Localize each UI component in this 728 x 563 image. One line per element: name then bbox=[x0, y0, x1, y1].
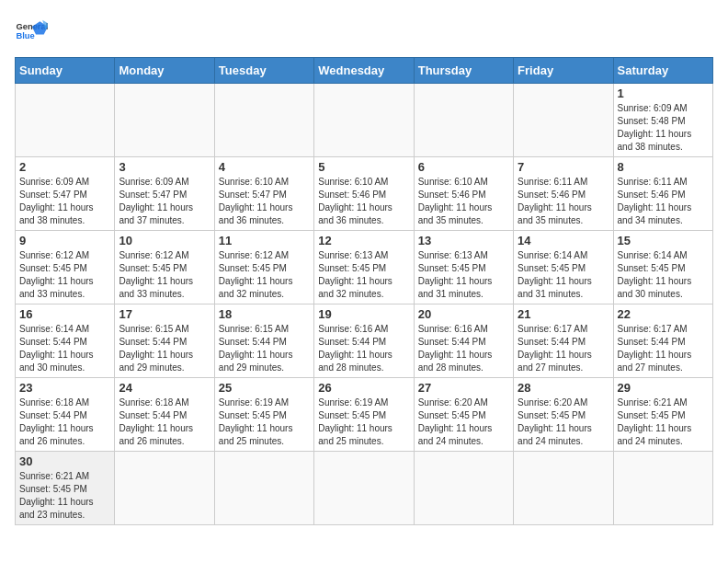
weekday-header-row: SundayMondayTuesdayWednesdayThursdayFrid… bbox=[16, 58, 713, 84]
page-header: General Blue bbox=[15, 15, 713, 48]
day-info: Sunrise: 6:12 AM Sunset: 5:45 PM Dayligh… bbox=[19, 249, 110, 301]
calendar-cell: 13Sunrise: 6:13 AM Sunset: 5:45 PM Dayli… bbox=[414, 231, 513, 304]
calendar-cell: 21Sunrise: 6:17 AM Sunset: 5:44 PM Dayli… bbox=[514, 304, 613, 378]
day-number: 8 bbox=[618, 160, 709, 174]
day-info: Sunrise: 6:20 AM Sunset: 5:45 PM Dayligh… bbox=[518, 396, 609, 448]
day-info: Sunrise: 6:14 AM Sunset: 5:45 PM Dayligh… bbox=[518, 249, 609, 301]
calendar-cell: 14Sunrise: 6:14 AM Sunset: 5:45 PM Dayli… bbox=[514, 231, 613, 304]
calendar-cell: 1Sunrise: 6:09 AM Sunset: 5:48 PM Daylig… bbox=[613, 84, 712, 157]
day-info: Sunrise: 6:13 AM Sunset: 5:45 PM Dayligh… bbox=[418, 249, 509, 301]
calendar-cell: 17Sunrise: 6:15 AM Sunset: 5:44 PM Dayli… bbox=[115, 304, 214, 378]
day-info: Sunrise: 6:15 AM Sunset: 5:44 PM Dayligh… bbox=[219, 323, 310, 374]
calendar-cell bbox=[414, 452, 513, 525]
calendar-cell bbox=[314, 84, 414, 157]
day-number: 10 bbox=[119, 234, 210, 247]
calendar-row-5: 30Sunrise: 6:21 AM Sunset: 5:45 PM Dayli… bbox=[16, 452, 713, 525]
day-info: Sunrise: 6:14 AM Sunset: 5:44 PM Dayligh… bbox=[19, 323, 110, 374]
calendar-cell bbox=[16, 84, 115, 157]
day-number: 16 bbox=[19, 307, 110, 321]
calendar-cell bbox=[115, 452, 214, 525]
calendar-cell: 18Sunrise: 6:15 AM Sunset: 5:44 PM Dayli… bbox=[214, 304, 313, 378]
calendar-cell: 2Sunrise: 6:09 AM Sunset: 5:47 PM Daylig… bbox=[16, 157, 115, 231]
day-number: 26 bbox=[318, 381, 409, 395]
calendar-row-2: 9Sunrise: 6:12 AM Sunset: 5:45 PM Daylig… bbox=[16, 231, 713, 304]
day-info: Sunrise: 6:10 AM Sunset: 5:47 PM Dayligh… bbox=[219, 176, 310, 227]
day-number: 28 bbox=[518, 381, 609, 395]
day-number: 24 bbox=[119, 381, 210, 395]
day-info: Sunrise: 6:18 AM Sunset: 5:44 PM Dayligh… bbox=[119, 396, 210, 448]
calendar-cell: 20Sunrise: 6:16 AM Sunset: 5:44 PM Dayli… bbox=[414, 304, 513, 378]
day-info: Sunrise: 6:19 AM Sunset: 5:45 PM Dayligh… bbox=[318, 396, 409, 448]
day-number: 19 bbox=[318, 307, 409, 321]
day-info: Sunrise: 6:09 AM Sunset: 5:48 PM Dayligh… bbox=[618, 102, 709, 154]
day-info: Sunrise: 6:15 AM Sunset: 5:44 PM Dayligh… bbox=[119, 323, 210, 374]
day-info: Sunrise: 6:16 AM Sunset: 5:44 PM Dayligh… bbox=[418, 323, 509, 374]
day-number: 22 bbox=[618, 307, 709, 321]
calendar-cell: 19Sunrise: 6:16 AM Sunset: 5:44 PM Dayli… bbox=[314, 304, 414, 378]
calendar-cell: 8Sunrise: 6:11 AM Sunset: 5:46 PM Daylig… bbox=[613, 157, 712, 231]
calendar-cell: 22Sunrise: 6:17 AM Sunset: 5:44 PM Dayli… bbox=[613, 304, 712, 378]
calendar-row-1: 2Sunrise: 6:09 AM Sunset: 5:47 PM Daylig… bbox=[16, 157, 713, 231]
calendar-cell: 5Sunrise: 6:10 AM Sunset: 5:46 PM Daylig… bbox=[314, 157, 414, 231]
day-info: Sunrise: 6:14 AM Sunset: 5:45 PM Dayligh… bbox=[618, 249, 709, 301]
calendar-row-0: 1Sunrise: 6:09 AM Sunset: 5:48 PM Daylig… bbox=[16, 84, 713, 157]
calendar-row-3: 16Sunrise: 6:14 AM Sunset: 5:44 PM Dayli… bbox=[16, 304, 713, 378]
calendar-cell: 9Sunrise: 6:12 AM Sunset: 5:45 PM Daylig… bbox=[16, 231, 115, 304]
calendar-cell: 11Sunrise: 6:12 AM Sunset: 5:45 PM Dayli… bbox=[214, 231, 313, 304]
day-info: Sunrise: 6:13 AM Sunset: 5:45 PM Dayligh… bbox=[318, 249, 409, 301]
day-info: Sunrise: 6:20 AM Sunset: 5:45 PM Dayligh… bbox=[418, 396, 509, 448]
day-number: 12 bbox=[318, 234, 409, 247]
day-number: 7 bbox=[518, 160, 609, 174]
weekday-header-saturday: Saturday bbox=[613, 58, 712, 84]
calendar-cell bbox=[214, 452, 313, 525]
day-info: Sunrise: 6:09 AM Sunset: 5:47 PM Dayligh… bbox=[19, 176, 110, 227]
day-info: Sunrise: 6:09 AM Sunset: 5:47 PM Dayligh… bbox=[119, 176, 210, 227]
weekday-header-friday: Friday bbox=[514, 58, 613, 84]
day-info: Sunrise: 6:17 AM Sunset: 5:44 PM Dayligh… bbox=[618, 323, 709, 374]
day-number: 15 bbox=[618, 234, 709, 247]
calendar-cell: 6Sunrise: 6:10 AM Sunset: 5:46 PM Daylig… bbox=[414, 157, 513, 231]
day-number: 5 bbox=[318, 160, 409, 174]
calendar-cell: 25Sunrise: 6:19 AM Sunset: 5:45 PM Dayli… bbox=[214, 378, 313, 452]
day-number: 14 bbox=[518, 234, 609, 247]
calendar-cell: 4Sunrise: 6:10 AM Sunset: 5:47 PM Daylig… bbox=[214, 157, 313, 231]
calendar-cell bbox=[115, 84, 214, 157]
calendar-cell: 12Sunrise: 6:13 AM Sunset: 5:45 PM Dayli… bbox=[314, 231, 414, 304]
day-number: 1 bbox=[618, 86, 709, 100]
calendar-cell: 16Sunrise: 6:14 AM Sunset: 5:44 PM Dayli… bbox=[16, 304, 115, 378]
day-number: 25 bbox=[219, 381, 310, 395]
day-info: Sunrise: 6:21 AM Sunset: 5:45 PM Dayligh… bbox=[618, 396, 709, 448]
day-number: 20 bbox=[418, 307, 509, 321]
calendar-cell: 27Sunrise: 6:20 AM Sunset: 5:45 PM Dayli… bbox=[414, 378, 513, 452]
day-number: 11 bbox=[219, 234, 310, 247]
calendar-cell: 30Sunrise: 6:21 AM Sunset: 5:45 PM Dayli… bbox=[16, 452, 115, 525]
day-number: 6 bbox=[418, 160, 509, 174]
calendar-cell: 23Sunrise: 6:18 AM Sunset: 5:44 PM Dayli… bbox=[16, 378, 115, 452]
svg-text:Blue: Blue bbox=[16, 31, 34, 40]
day-info: Sunrise: 6:11 AM Sunset: 5:46 PM Dayligh… bbox=[518, 176, 609, 227]
calendar-cell bbox=[314, 452, 414, 525]
day-number: 18 bbox=[219, 307, 310, 321]
calendar-row-4: 23Sunrise: 6:18 AM Sunset: 5:44 PM Dayli… bbox=[16, 378, 713, 452]
weekday-header-sunday: Sunday bbox=[16, 58, 115, 84]
day-number: 30 bbox=[19, 454, 110, 468]
calendar-cell bbox=[214, 84, 313, 157]
day-info: Sunrise: 6:16 AM Sunset: 5:44 PM Dayligh… bbox=[318, 323, 409, 374]
calendar-cell: 10Sunrise: 6:12 AM Sunset: 5:45 PM Dayli… bbox=[115, 231, 214, 304]
calendar-cell bbox=[514, 452, 613, 525]
day-number: 13 bbox=[418, 234, 509, 247]
calendar-cell bbox=[613, 452, 712, 525]
calendar-cell: 29Sunrise: 6:21 AM Sunset: 5:45 PM Dayli… bbox=[613, 378, 712, 452]
day-number: 4 bbox=[219, 160, 310, 174]
day-info: Sunrise: 6:10 AM Sunset: 5:46 PM Dayligh… bbox=[418, 176, 509, 227]
calendar-cell: 26Sunrise: 6:19 AM Sunset: 5:45 PM Dayli… bbox=[314, 378, 414, 452]
day-info: Sunrise: 6:19 AM Sunset: 5:45 PM Dayligh… bbox=[219, 396, 310, 448]
day-info: Sunrise: 6:18 AM Sunset: 5:44 PM Dayligh… bbox=[19, 396, 110, 448]
day-number: 21 bbox=[518, 307, 609, 321]
logo: General Blue bbox=[15, 15, 48, 48]
day-number: 23 bbox=[19, 381, 110, 395]
day-info: Sunrise: 6:11 AM Sunset: 5:46 PM Dayligh… bbox=[618, 176, 709, 227]
weekday-header-thursday: Thursday bbox=[414, 58, 513, 84]
calendar-cell: 7Sunrise: 6:11 AM Sunset: 5:46 PM Daylig… bbox=[514, 157, 613, 231]
weekday-header-monday: Monday bbox=[115, 58, 214, 84]
